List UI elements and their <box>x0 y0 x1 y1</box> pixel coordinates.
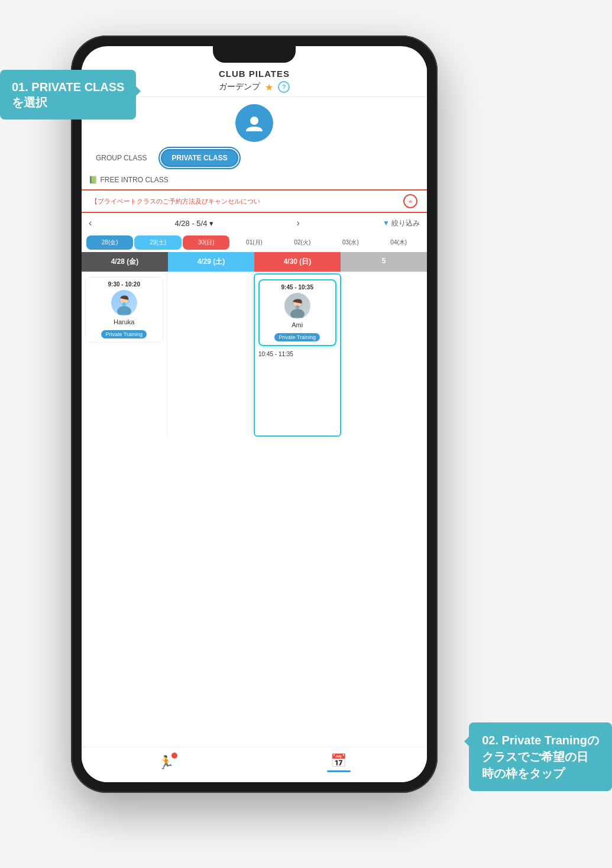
cal-header-5: 5 <box>341 252 427 272</box>
studio-avatar <box>235 104 273 142</box>
studio-logo-icon <box>244 112 265 134</box>
day-tab-6[interactable]: 04(木) <box>375 235 422 250</box>
cal-header-429-label: 4/29 (土) <box>197 257 225 266</box>
cal-header-430: 4/30 (日) <box>254 252 341 272</box>
day-tab-4[interactable]: 02(火) <box>279 235 326 250</box>
date-range-label: 4/28 - 5/4 ▾ <box>175 219 214 228</box>
cal-header-5-label: 5 <box>382 257 386 265</box>
filter-icon: ▼ <box>383 219 390 227</box>
calendar-body: 9:30 - 10:20 Haruka Private Trainin <box>82 272 427 438</box>
day-tab-1[interactable]: 29(土) <box>134 235 181 250</box>
callout-02-line1: 02. Private Traningの <box>482 732 599 748</box>
tab-private-class[interactable]: PRIVATE CLASS <box>161 149 238 167</box>
cal-col-428: 9:30 - 10:20 Haruka Private Trainin <box>82 272 167 438</box>
tab-free-intro[interactable]: FREE INTRO CLASS <box>100 176 168 184</box>
day-tab-label-4: 02(火) <box>294 239 311 246</box>
brand-title: CLUB PILATES <box>91 69 417 79</box>
day-tab-label-1: 29(土) <box>150 239 166 246</box>
day-tab-label-0: 28(金) <box>102 239 118 246</box>
callout-02-line2: クラスでご希望の日 <box>482 748 599 765</box>
callout-01-line2: を選択 <box>12 95 124 110</box>
prev-week-button[interactable]: ‹ <box>89 218 92 228</box>
ami-avatar <box>284 293 310 319</box>
day-tab-0[interactable]: 28(金) <box>86 235 133 250</box>
book-emoji: 📗 <box>89 176 98 184</box>
ami-avatar-image <box>286 294 309 318</box>
nav-activity[interactable]: 🏃 <box>158 755 174 770</box>
calendar-header: 4/28 (金) 4/29 (土) 4/30 (日) 5 <box>82 252 427 272</box>
day-tab-label-6: 04(木) <box>390 239 407 246</box>
location-text: ガーデンプ <box>219 82 260 92</box>
notice-text: 【プライベートクラスのご予約方法及びキャンセルについ <box>91 197 403 206</box>
notice-expand-button[interactable]: « <box>403 194 417 208</box>
notice-bar: 【プライベートクラスのご予約方法及びキャンセルについ « <box>82 189 427 213</box>
ami-name: Ami <box>263 321 332 328</box>
cal-header-428: 4/28 (金) <box>82 252 168 272</box>
svg-point-0 <box>250 117 258 125</box>
phone-notch <box>213 46 296 63</box>
tab-group-class[interactable]: GROUP CLASS <box>89 150 154 166</box>
cal-header-430-label: 4/30 (日) <box>284 257 312 266</box>
callout-02: 02. Private Traningの クラスでご希望の日 時の枠をタップ <box>469 722 612 791</box>
svg-point-8 <box>296 305 299 309</box>
class-time-ami: 9:45 - 10:35 <box>263 284 332 291</box>
cal-header-429: 4/29 (土) <box>168 252 254 272</box>
haruka-class-label: Private Training <box>101 330 147 338</box>
svg-point-2 <box>117 306 131 315</box>
calendar-active-indicator <box>327 770 351 772</box>
help-icon[interactable]: ? <box>278 81 290 93</box>
day-tab-label-2: 30(日) <box>198 239 215 246</box>
haruka-name: Haruka <box>89 318 159 325</box>
date-dropdown-icon[interactable]: ▾ <box>209 219 213 228</box>
next-week-button[interactable]: › <box>297 218 300 228</box>
date-range-text: 4/28 - 5/4 <box>175 219 208 228</box>
expand-chevron-icon: « <box>409 198 412 205</box>
private-class-highlight: PRIVATE CLASS <box>158 147 240 169</box>
class-time-haruka: 9:30 - 10:20 <box>89 281 159 288</box>
callout-01-line1: 01. PRIVATE CLASS <box>12 79 124 95</box>
activity-badge <box>171 753 177 759</box>
day-tab-label-3: 01(月) <box>246 239 263 246</box>
svg-point-4 <box>122 302 126 306</box>
filter-label: 絞り込み <box>391 218 420 228</box>
cal-col-430: 9:45 - 10:35 Ami Private Training <box>254 273 341 437</box>
cal-col-5 <box>342 272 428 438</box>
next-class-time: 10:45 - 11:35 <box>258 351 336 357</box>
date-navigation: ‹ 4/28 - 5/4 ▾ › ▼ 絞り込み <box>82 213 427 233</box>
day-tabs: 28(金) 29(土) 30(日) 01(月) 02(火) 03(水) <box>82 233 427 252</box>
app-content: CLUB PILATES ガーデンプ ★ ? GROUP CLASS <box>82 63 427 782</box>
day-tab-5[interactable]: 03(水) <box>327 235 374 250</box>
callout-01: 01. PRIVATE CLASS を選択 <box>0 70 136 120</box>
haruka-avatar-image <box>112 291 136 315</box>
calendar-icon: 📅 <box>331 753 347 769</box>
class-card-haruka[interactable]: 9:30 - 10:20 Haruka Private Trainin <box>85 277 163 343</box>
free-intro-row: 📗 FREE INTRO CLASS <box>82 173 427 189</box>
day-tab-2[interactable]: 30(日) <box>183 235 229 250</box>
nav-calendar[interactable]: 📅 <box>327 753 351 772</box>
phone-screen: CLUB PILATES ガーデンプ ★ ? GROUP CLASS <box>82 46 427 782</box>
phone-shell: CLUB PILATES ガーデンプ ★ ? GROUP CLASS <box>71 36 438 793</box>
ami-class-label: Private Training <box>274 333 320 341</box>
svg-point-6 <box>290 309 305 318</box>
class-tab-bar: GROUP CLASS PRIVATE CLASS <box>82 147 427 169</box>
cal-col-429 <box>167 272 253 438</box>
bottom-nav: 🏃 📅 <box>82 747 427 782</box>
callout-02-line3: 時の枠をタップ <box>482 765 599 782</box>
filter-button[interactable]: ▼ 絞り込み <box>383 218 420 228</box>
day-tab-3[interactable]: 01(月) <box>231 235 277 250</box>
cal-header-428-label: 4/28 (金) <box>111 257 139 266</box>
class-card-ami[interactable]: 9:45 - 10:35 Ami Private Training <box>258 279 336 346</box>
favorite-icon[interactable]: ★ <box>265 82 273 93</box>
haruka-avatar <box>111 290 137 316</box>
day-tab-label-5: 03(水) <box>342 239 359 246</box>
